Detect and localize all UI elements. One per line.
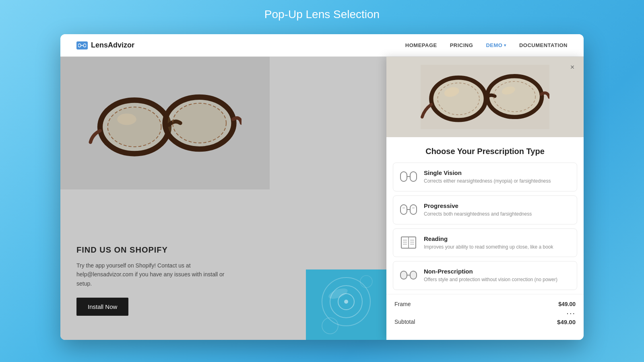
popup-title: Choose Your Prescription Type [386,137,584,162]
prescription-list: Single Vision Corrects either nearsighte… [386,162,584,290]
frame-label: Frame [394,301,411,307]
svg-rect-8 [306,269,386,340]
progressive-name: Progressive [424,202,570,209]
install-now-button[interactable]: Install Now [76,298,128,316]
find-us-title: FIND US ON SHOPIFY [76,245,237,255]
single-vision-name: Single Vision [424,169,570,176]
reading-icon [400,235,417,250]
frame-price-row: Frame $49.00 [394,301,576,307]
subtotal-row: Subtotal $49.00 [394,319,576,325]
progressive-icon [400,202,417,217]
logo-text: LensAdvizor [91,41,134,49]
glasses-main-svg [89,73,242,173]
single-vision-icon [400,169,417,184]
nav-bar: LensAdvizor HOMEPAGE PRICING DEMO ▾ DOCU… [60,34,584,57]
reading-desc: Improves your ability to read something … [424,244,570,251]
popup-glasses-image [386,57,584,137]
close-button[interactable]: × [567,62,578,73]
nav-link-documentation[interactable]: DOCUMENTATION [519,42,568,48]
svg-rect-1 [83,44,86,47]
browser-window: LensAdvizor HOMEPAGE PRICING DEMO ▾ DOCU… [60,34,584,340]
chevron-down-icon: ▾ [504,43,506,47]
progressive-desc: Corrects both nearsightedness and farsig… [424,211,570,218]
reading-name: Reading [424,235,570,242]
svg-rect-27 [410,205,417,214]
prescription-item-single-vision[interactable]: Single Vision Corrects either nearsighte… [393,162,577,191]
prescription-item-non-prescription[interactable]: Non-Prescription Offers style and protec… [393,261,577,290]
prescription-item-reading[interactable]: Reading Improves your ability to read so… [393,228,577,257]
water-svg [306,269,386,340]
more-dots: ··· [394,309,576,317]
svg-rect-24 [410,172,417,181]
nav-links: HOMEPAGE PRICING DEMO ▾ DOCUMENTATION [405,42,568,48]
svg-rect-23 [400,172,407,181]
frame-price: $49.00 [558,301,576,307]
logo-icon [76,41,88,49]
nav-link-homepage[interactable]: HOMEPAGE [405,42,437,48]
svg-rect-0 [78,44,81,47]
svg-point-6 [173,103,226,143]
water-image [306,269,386,340]
page-title: Pop-Up Lens Selection [264,8,380,21]
website-background: FIND US ON SHOPIFY Try the app yourself … [60,57,386,340]
single-vision-desc: Corrects either nearsightedness (myopia)… [424,178,570,185]
popup-panel: × [386,57,584,340]
progressive-info: Progressive Corrects both nearsightednes… [424,202,570,218]
non-prescription-desc: Offers style and protection without visi… [424,276,570,283]
popup-footer: Frame $49.00 ··· Subtotal $49.00 [386,294,584,332]
nav-link-demo[interactable]: DEMO ▾ [486,42,506,48]
subtotal-label: Subtotal [394,319,415,325]
prescription-item-progressive[interactable]: Progressive Corrects both nearsightednes… [393,195,577,224]
svg-rect-39 [400,271,407,279]
nav-logo[interactable]: LensAdvizor [76,41,134,49]
svg-point-5 [108,107,161,147]
non-prescription-info: Non-Prescription Offers style and protec… [424,268,570,283]
popup-glasses-svg [421,65,549,129]
subtotal-price: $49.00 [557,319,576,325]
svg-point-17 [431,78,486,120]
non-prescription-icon [400,268,417,282]
find-us-text: Try the app yourself on Shopify! Contact… [76,261,237,288]
svg-point-12 [344,300,348,304]
reading-info: Reading Improves your ability to read so… [424,235,570,251]
svg-rect-40 [410,271,417,279]
glasses-main-image-area [60,57,270,189]
svg-rect-26 [400,205,407,214]
nav-link-pricing[interactable]: PRICING [450,42,473,48]
single-vision-info: Single Vision Corrects either nearsighte… [424,169,570,185]
svg-point-7 [117,113,136,125]
main-content: FIND US ON SHOPIFY Try the app yourself … [60,57,584,340]
bottom-left-content: FIND US ON SHOPIFY Try the app yourself … [76,245,237,316]
non-prescription-name: Non-Prescription [424,268,570,275]
